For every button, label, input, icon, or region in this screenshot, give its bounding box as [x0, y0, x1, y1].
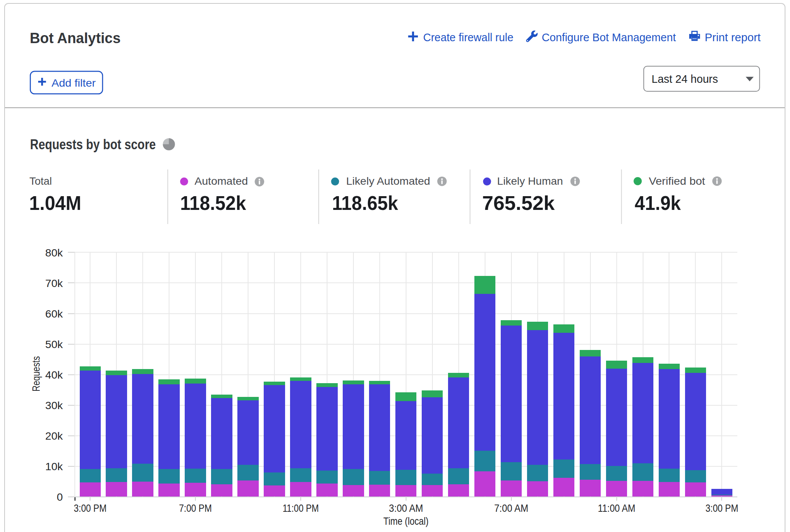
svg-text:10k: 10k [45, 460, 63, 472]
svg-text:70k: 70k [45, 277, 63, 289]
svg-text:60k: 60k [45, 308, 63, 320]
svg-text:Time (local): Time (local) [384, 515, 429, 527]
svg-text:Likely Human: Likely Human [497, 175, 563, 187]
svg-text:7:00 AM: 7:00 AM [494, 502, 528, 514]
svg-text:Last 24 hours: Last 24 hours [651, 73, 718, 85]
svg-text:20k: 20k [45, 430, 63, 442]
svg-text:1.04M: 1.04M [29, 192, 82, 214]
svg-text:30k: 30k [45, 399, 63, 411]
svg-text:Create firewall rule: Create firewall rule [423, 31, 514, 44]
svg-text:Requests by bot score: Requests by bot score [30, 136, 156, 152]
svg-text:Requests: Requests [30, 356, 42, 392]
svg-text:Configure Bot Management: Configure Bot Management [542, 31, 676, 44]
svg-text:Total: Total [29, 175, 52, 187]
svg-text:118.65k: 118.65k [332, 192, 398, 214]
svg-text:7:00 PM: 7:00 PM [179, 502, 212, 514]
svg-text:11:00 PM: 11:00 PM [282, 502, 319, 514]
svg-text:Likely Automated: Likely Automated [346, 175, 430, 187]
svg-text:0: 0 [57, 491, 63, 503]
svg-text:3:00 PM: 3:00 PM [74, 502, 106, 514]
svg-text:Print report: Print report [705, 31, 761, 44]
svg-text:118.52k: 118.52k [180, 192, 246, 214]
svg-text:Bot Analytics: Bot Analytics [30, 30, 121, 46]
svg-text:41.9k: 41.9k [635, 192, 681, 214]
svg-text:3:00 PM: 3:00 PM [705, 502, 738, 514]
svg-text:Automated: Automated [195, 175, 248, 187]
svg-text:80k: 80k [45, 247, 63, 259]
svg-text:Verified bot: Verified bot [649, 175, 705, 187]
svg-text:50k: 50k [45, 338, 63, 350]
svg-text:40k: 40k [45, 369, 63, 381]
svg-text:3:00 AM: 3:00 AM [389, 502, 423, 514]
svg-text:Add filter: Add filter [52, 77, 96, 89]
svg-text:765.52k: 765.52k [482, 192, 555, 214]
svg-text:11:00 AM: 11:00 AM [598, 502, 635, 514]
